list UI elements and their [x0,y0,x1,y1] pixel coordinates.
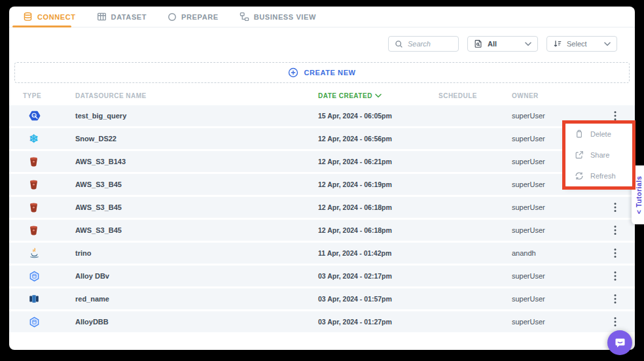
owner: superUser [512,203,603,211]
datasource-type-cell [23,317,75,328]
date-created: 12 Apr, 2024 - 06:18pm [318,203,438,211]
menu-item-label: Share [590,151,609,159]
date-created: 12 Apr, 2024 - 06:21pm [318,158,438,165]
datasource-name[interactable]: AWS_S3_B45 [75,226,318,234]
bigquery-icon [29,110,41,122]
datasource-name[interactable]: Snow_DS22 [75,135,318,143]
column-header-date-created[interactable]: DATE CREATED [318,92,438,99]
owner: superUser [512,112,603,120]
chevron-down-icon [525,42,531,46]
refresh-icon [575,171,584,180]
file-type-dropdown[interactable]: All [467,36,538,52]
alloydb-icon [29,317,40,328]
tab-label: BUSINESS VIEW [254,13,316,21]
share-icon [575,150,584,160]
datasource-type-cell [23,156,75,167]
menu-item-label: Refresh [590,172,616,180]
chat-launcher-button[interactable] [607,330,632,355]
active-tab-underline [12,26,71,27]
column-header-owner: OWNER [512,92,603,99]
row-actions-kebab-icon[interactable] [610,223,620,237]
row-actions-kebab-icon[interactable] [610,269,620,283]
date-created: 03 Apr, 2024 - 02:17pm [318,272,438,280]
date-created: 12 Apr, 2024 - 06:19pm [318,180,438,188]
row-actions-kebab-icon[interactable] [610,315,620,329]
create-new-label: CREATE NEW [304,69,355,77]
date-created: 15 Apr, 2024 - 06:05pm [318,112,438,120]
date-created: 12 Apr, 2024 - 06:18pm [318,226,438,234]
row-actions-kebab-icon[interactable] [610,292,620,306]
date-created: 03 Apr, 2024 - 01:27pm [318,318,438,326]
date-created: 11 Apr, 2024 - 01:42pm [318,249,438,257]
datasource-name[interactable]: Alloy DBv [75,272,318,280]
column-header-type: TYPE [23,92,75,99]
row-actions-kebab-icon[interactable] [610,200,620,215]
sort-dropdown[interactable]: Select [546,36,617,52]
date-created: 03 Apr, 2024 - 01:57pm [318,295,438,303]
menu-item-delete[interactable]: Delete [565,124,632,145]
chat-icon [614,337,626,349]
tab-prepare[interactable]: PREPARE [168,12,219,22]
tab-connect[interactable]: CONNECT [23,12,76,22]
menu-item-share[interactable]: Share [565,145,632,165]
circle-icon [168,12,177,22]
table-row: red_name03 Apr, 2024 - 01:57pmsuperUser [9,288,635,309]
table-row: ❄Snow_DS2212 Apr, 2024 - 06:56pmsuperUse… [9,128,635,149]
table-row: AlloyDBB03 Apr, 2024 - 01:27pmsuperUser [9,311,635,332]
datasource-type-cell [23,248,75,259]
datasource-type-cell: ❄ [23,133,75,145]
datasource-type-cell [23,179,75,190]
table-row: AWS_S3_B14312 Apr, 2024 - 06:21pmsuperUs… [9,151,635,172]
snowflake-icon: ❄ [29,133,38,145]
row-actions-kebab-icon[interactable] [610,246,620,260]
datasource-name[interactable]: AWS_S3_B45 [75,203,318,211]
datasource-name[interactable]: AWS_S3_B143 [75,158,318,165]
row-actions [603,223,627,237]
tab-bar: CONNECTDATASETPREPAREBUSINESS VIEW [9,7,635,27]
search-box[interactable] [388,36,459,52]
tab-label: DATASET [111,13,147,21]
column-header-datasource-name: DATASOURCE NAME [75,92,318,99]
datasource-type-cell [23,202,75,213]
datasource-type-cell [23,271,75,282]
tab-dataset[interactable]: DATASET [97,12,147,22]
datasource-type-cell [23,225,75,235]
table-row: AWS_S3_B4512 Apr, 2024 - 06:18pmsuperUse… [9,220,635,241]
row-actions [603,200,627,215]
aws-s3-icon [29,202,39,213]
date-created: 12 Apr, 2024 - 06:56pm [318,135,438,143]
trash-icon [575,129,584,139]
datasource-name[interactable]: test_big_query [75,112,318,120]
table-row: Alloy DBv03 Apr, 2024 - 02:17pmsuperUser [9,266,635,286]
table-body: test_big_query15 Apr, 2024 - 06:05pmsupe… [9,105,635,334]
datasource-name[interactable]: trino [75,249,318,257]
aws-s3-icon [29,156,39,167]
menu-item-label: Delete [590,130,611,138]
tab-label: CONNECT [37,13,76,21]
datasource-type-cell [23,294,75,304]
create-new-button[interactable]: CREATE NEW [14,62,630,83]
sort-chevron-down-icon [375,94,382,98]
table-row: AWS_S3_B4512 Apr, 2024 - 06:19pmsuperUse… [9,174,635,195]
database-icon [23,12,33,22]
datasource-name[interactable]: AlloyDBB [75,318,318,326]
file-type-dropdown-value: All [488,40,520,48]
datasource-name[interactable]: red_name [75,295,318,303]
row-actions [603,109,627,123]
context-menu: DeleteShareRefresh [565,124,632,186]
owner: superUser [512,318,603,326]
datasource-type-cell [23,110,75,122]
alloydb-icon [29,271,40,282]
chevron-down-icon [604,42,611,46]
row-actions-kebab-icon[interactable] [610,109,620,123]
tab-label: PREPARE [181,13,219,21]
tutorial-tab[interactable]: < Tutorials [632,165,644,224]
tab-business-view[interactable]: BUSINESS VIEW [240,12,316,22]
datasource-name[interactable]: AWS_S3_B45 [75,180,318,188]
table-header: TYPE DATASOURCE NAME DATE CREATED SCHEDU… [9,88,635,103]
search-input[interactable] [408,40,452,48]
row-actions [603,246,627,260]
column-header-schedule: SCHEDULE [438,92,512,99]
aws-s3-icon [29,179,39,190]
menu-item-refresh[interactable]: Refresh [565,165,632,186]
